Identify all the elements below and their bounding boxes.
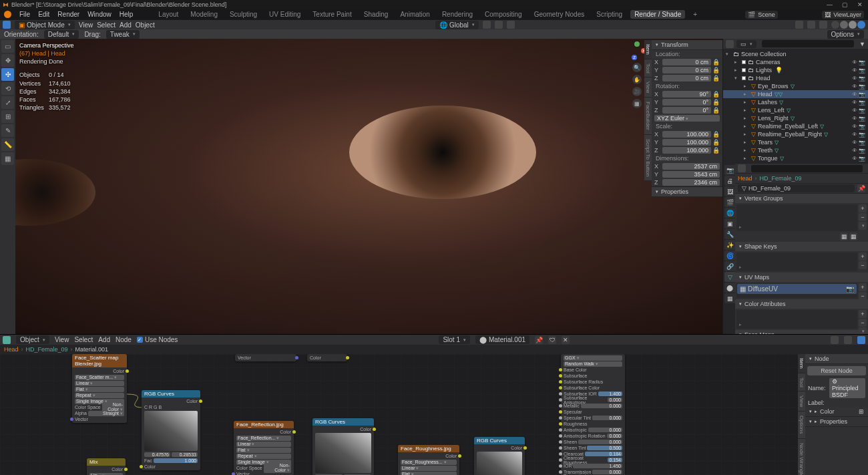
- chevron-right-icon[interactable]: ▸: [744, 148, 749, 153]
- ntab-options[interactable]: Options: [798, 412, 805, 439]
- sec-uv-maps[interactable]: UV Maps: [735, 273, 868, 282]
- chevron-right-icon[interactable]: ▸: [744, 124, 749, 129]
- mesh-name-field[interactable]: ▽ HD_Female_09: [738, 184, 855, 192]
- ptab-physics[interactable]: 🌀: [724, 251, 735, 261]
- panel-header-props[interactable]: ▸ Properties: [805, 417, 868, 427]
- specials-button[interactable]: [859, 222, 867, 230]
- sec-shape-keys[interactable]: Shape Keys: [735, 242, 868, 251]
- file-field[interactable]: Face_Reflection...: [236, 436, 291, 441]
- rendered-shading-icon[interactable]: [857, 21, 865, 29]
- chevron-right-icon[interactable]: ▸: [744, 84, 749, 89]
- loc-x-value[interactable]: 0 cm: [662, 59, 711, 65]
- extension[interactable]: Repeat: [75, 393, 124, 398]
- ptab-world[interactable]: 🌐: [724, 208, 735, 218]
- visible-icon[interactable]: 👁: [852, 100, 857, 106]
- ptab-viewlayer[interactable]: 🖼: [724, 186, 735, 196]
- tree-cameras[interactable]: Cameras: [756, 59, 781, 65]
- use-nodes-checkbox[interactable]: ✓Use Nodes: [137, 336, 178, 343]
- scl-y-value[interactable]: 100.000: [662, 139, 711, 146]
- chevron-right-icon[interactable]: ▸: [734, 67, 740, 73]
- curve-x[interactable]: 0.47576: [144, 452, 170, 457]
- visible-icon[interactable]: 👁: [852, 67, 857, 73]
- prop-value[interactable]: 0.154: [608, 458, 622, 462]
- interpolation[interactable]: Linear: [236, 442, 291, 447]
- editor-type-icon[interactable]: [3, 21, 11, 29]
- chevron-right-icon[interactable]: ▸: [744, 156, 749, 161]
- toolbar-select[interactable]: Select: [97, 21, 116, 29]
- menu-window[interactable]: Window: [87, 11, 112, 18]
- render-icon[interactable]: 📷: [859, 92, 865, 98]
- remove-button[interactable]: −: [859, 292, 867, 300]
- pin-icon[interactable]: 📌: [535, 336, 543, 344]
- scale-tool[interactable]: ⤢: [1, 96, 14, 109]
- viewlayer-selector[interactable]: 🖼 ViewLayer: [822, 11, 864, 19]
- rotation-mode[interactable]: XYZ Euler: [654, 115, 720, 122]
- loc-z-value[interactable]: 0 cm: [662, 75, 711, 82]
- node-color-out[interactable]: Color: [307, 354, 347, 361]
- props-editor-icon[interactable]: [738, 164, 746, 172]
- tree-item[interactable]: Realtime_Eyeball_Right: [758, 131, 822, 138]
- options-dropdown[interactable]: Options: [827, 30, 864, 39]
- tree-root[interactable]: Scene Collection: [741, 51, 787, 57]
- dim-y-value[interactable]: 3543 cm: [662, 171, 720, 178]
- node-canvas[interactable]: Vector Color Face_Scatter map Blender.jp…: [0, 354, 868, 475]
- overlay-icon[interactable]: [831, 336, 839, 344]
- pivot-icon[interactable]: [483, 21, 491, 29]
- gizmo-toggle-icon[interactable]: [807, 21, 815, 29]
- chevron-right-icon[interactable]: ▸: [744, 140, 749, 145]
- 3d-viewport[interactable]: Camera Perspective (67) Head | Head Rend…: [15, 39, 722, 334]
- chevron-right-icon[interactable]: ▸: [744, 116, 749, 121]
- tree-head-collection[interactable]: Head: [756, 75, 771, 82]
- bc-obj[interactable]: Head: [4, 346, 19, 353]
- tab-rendering[interactable]: Rendering: [438, 10, 477, 19]
- tab-render-shade[interactable]: Render / Shade: [630, 10, 685, 19]
- file-field[interactable]: Face_Roughness...: [401, 460, 457, 465]
- prop-value[interactable]: 0.500: [587, 446, 622, 450]
- lock-icon[interactable]: 🔒: [712, 67, 720, 73]
- tree-item[interactable]: Tears: [758, 139, 773, 146]
- select-tool[interactable]: ▭: [1, 40, 14, 53]
- ptab-particles[interactable]: ✨: [724, 240, 735, 250]
- curve-y[interactable]: 0.28533: [172, 452, 198, 457]
- node-title[interactable]: Face_Scatter map Blender.jpg: [72, 354, 127, 367]
- node-object-dropdown[interactable]: Object: [16, 335, 49, 344]
- outliner-editor-icon[interactable]: [726, 40, 734, 48]
- ntab-view[interactable]: View: [644, 77, 652, 98]
- node-title[interactable]: RGB Curves: [312, 418, 374, 426]
- solid-shading-icon[interactable]: [840, 21, 848, 29]
- toolbar-add[interactable]: Add: [120, 21, 132, 29]
- gizmo-y-icon[interactable]: [634, 41, 640, 47]
- interpolation[interactable]: Linear: [401, 466, 457, 471]
- rot-z-value[interactable]: 0°: [662, 107, 711, 114]
- nav-gizmo[interactable]: X Z: [628, 41, 646, 60]
- visible-icon[interactable]: 👁: [852, 92, 857, 98]
- annotate-tool[interactable]: ✎: [1, 124, 14, 137]
- persp-ortho-icon[interactable]: ▦: [632, 99, 642, 108]
- prop-value[interactable]: 0.000: [578, 440, 622, 444]
- lock-icon[interactable]: 🔒: [712, 131, 720, 138]
- blend-mode[interactable]: Lin...: [89, 473, 123, 476]
- grid-icon[interactable]: ⊞: [859, 408, 864, 415]
- ntab-wrangler[interactable]: Node Wrangler: [798, 439, 805, 475]
- tree-item[interactable]: Lens_Left: [758, 107, 785, 114]
- loc-y-value[interactable]: 0 cm: [662, 67, 711, 73]
- lock-icon[interactable]: 🔒: [712, 59, 720, 65]
- render-icon[interactable]: 📷: [859, 108, 865, 114]
- dim-z-value[interactable]: 2346 cm: [662, 179, 720, 186]
- chevron-right-icon[interactable]: ▸: [744, 92, 749, 97]
- mode-dropdown[interactable]: ▣ Object Mode: [15, 21, 75, 29]
- tree-lights[interactable]: Lights: [756, 67, 772, 73]
- projection[interactable]: Flat: [75, 387, 124, 392]
- checkbox-icon[interactable]: [742, 76, 746, 80]
- lock-icon[interactable]: 🔒: [712, 91, 720, 98]
- remove-button[interactable]: −: [859, 213, 867, 221]
- add-button[interactable]: +: [859, 204, 867, 212]
- visible-icon[interactable]: 👁: [852, 140, 857, 146]
- checkbox-icon[interactable]: [742, 68, 746, 72]
- tab-sculpting[interactable]: Sculpting: [226, 10, 261, 19]
- panel-header-transform[interactable]: Transform: [652, 40, 722, 50]
- lock-icon[interactable]: 🔒: [712, 139, 720, 146]
- node-mix[interactable]: Mix Color Lin... Clamp Fac0.611 Color1: [87, 458, 126, 475]
- render-icon[interactable]: 📷: [859, 116, 865, 122]
- node-rgb-curves-1[interactable]: RGB Curves Color C R G B 0.475760.28533 …: [142, 390, 200, 470]
